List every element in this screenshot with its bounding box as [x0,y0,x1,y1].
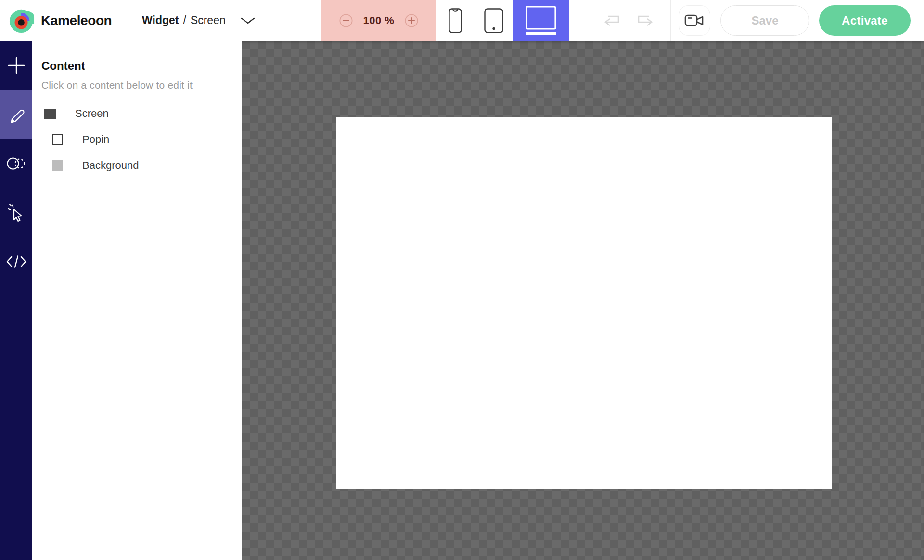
breadcrumb-primary: Widget [142,14,179,27]
cursor-click-icon [6,202,27,223]
topbar: Kameleoon Widget / Screen 100 % [0,0,924,41]
undo-icon [600,12,623,29]
screen-swatch [44,109,56,119]
screencast-button[interactable] [679,5,710,36]
tool-rail [0,41,32,560]
device-desktop-button[interactable] [513,0,569,41]
panel-subtitle: Click on a content below to edit it [41,79,242,91]
chevron-down-icon [241,17,255,24]
breadcrumb[interactable]: Widget / Screen [142,0,255,41]
content-item-screen[interactable]: Screen [32,104,242,123]
save-button[interactable]: Save [720,5,809,36]
video-camera-icon [684,13,705,28]
device-tablet-button[interactable] [475,0,513,41]
plus-circle-icon [405,14,418,27]
popin-swatch [52,134,63,145]
activate-button[interactable]: Activate [819,5,911,36]
divider [588,0,588,41]
editor-canvas [242,41,924,560]
kameleoon-logo-icon [9,8,35,34]
divider [670,0,671,41]
redo-icon [634,12,657,29]
zoom-level-value: 100 % [363,14,395,27]
brand[interactable]: Kameleoon [9,0,112,41]
widget-screen-artboard[interactable] [336,117,832,489]
content-panel: Content Click on a content below to edit… [32,41,242,560]
zoom-in-button[interactable] [405,14,418,27]
content-item-label: Popin [82,133,109,146]
panel-title: Content [41,59,242,73]
tool-states-button[interactable] [0,139,32,188]
tool-code-button[interactable] [0,237,32,286]
desktop-icon [522,5,560,36]
mobile-icon [449,8,462,33]
zoom-out-button[interactable] [339,14,353,27]
breadcrumb-separator: / [183,14,186,27]
device-mobile-button[interactable] [436,0,475,41]
overlapping-circles-icon [6,156,27,171]
tool-add-button[interactable] [0,41,32,90]
tablet-icon [484,8,503,33]
plus-icon [8,57,25,74]
tool-edit-button[interactable] [0,90,32,139]
minus-circle-icon [339,14,353,27]
zoom-controls: 100 % [321,0,436,41]
undo-button[interactable] [599,9,624,32]
content-item-background[interactable]: Background [32,156,242,175]
content-item-popin[interactable]: Popin [32,130,242,149]
content-item-label: Background [82,159,139,172]
code-icon [6,255,27,268]
brand-name: Kameleoon [41,13,112,28]
breadcrumb-secondary: Screen [191,14,226,27]
pencil-icon [6,104,27,125]
tool-interactions-button[interactable] [0,188,32,237]
divider [119,0,119,41]
redo-button[interactable] [633,9,658,32]
background-swatch [52,160,63,171]
content-list: Screen Popin Background [32,104,242,175]
content-item-label: Screen [75,107,109,120]
